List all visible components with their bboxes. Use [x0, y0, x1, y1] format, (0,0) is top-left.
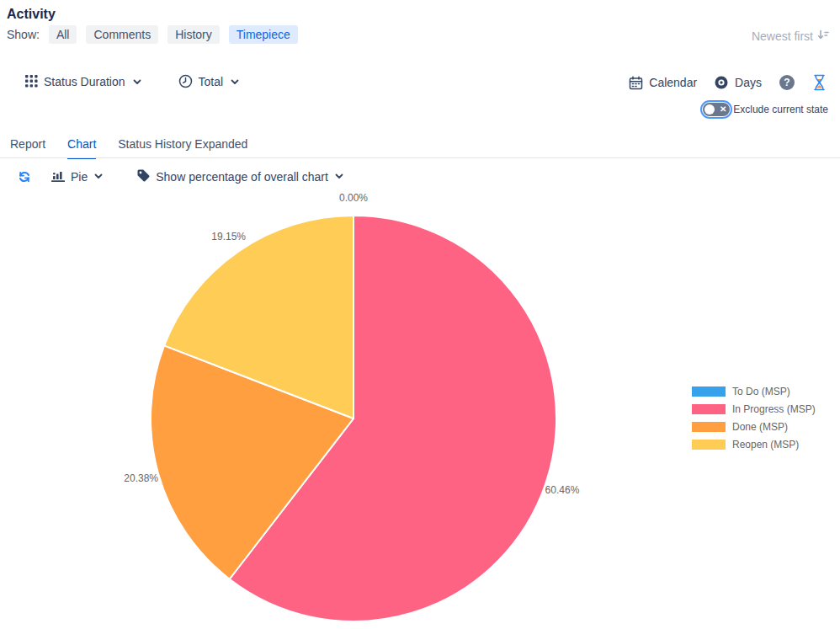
exclude-current-state-toggle[interactable]: ✕	[703, 103, 730, 116]
legend-label: To Do (MSP)	[732, 386, 790, 397]
legend-swatch	[692, 386, 726, 397]
legend-label: In Progress (MSP)	[732, 403, 816, 415]
refresh-button[interactable]	[17, 169, 32, 184]
chart-type-select[interactable]: Pie	[51, 169, 104, 185]
days-label: Days	[735, 76, 762, 89]
percentage-mode-label: Show percentage of overall chart	[156, 170, 328, 184]
days-button[interactable]: Days	[714, 75, 762, 90]
page-title: Activity	[7, 7, 56, 22]
calendar-icon	[629, 76, 643, 90]
grid-icon	[25, 75, 38, 88]
chart-controls: Pie Show percentage of overall chart	[17, 168, 345, 185]
chevron-down-icon	[131, 76, 143, 88]
eye-icon	[714, 75, 729, 90]
legend-label: Reopen (MSP)	[732, 439, 799, 450]
chart-toolbar-right: Calendar Days ?	[629, 74, 827, 91]
chevron-down-icon	[93, 170, 104, 184]
pie-slice-percentage-label: 20.38%	[124, 472, 158, 484]
chevron-down-icon	[333, 170, 345, 184]
total-select[interactable]: Total	[178, 74, 242, 88]
show-filter-label: Show:	[7, 28, 40, 41]
total-label: Total	[199, 75, 224, 88]
legend-label: Done (MSP)	[732, 421, 788, 433]
view-tabs: Report Chart Status History Expanded	[10, 137, 247, 159]
filter-history-button[interactable]: History	[167, 25, 220, 44]
tab-status-history-expanded[interactable]: Status History Expanded	[118, 137, 247, 159]
help-icon: ?	[779, 74, 795, 91]
status-duration-label: Status Duration	[44, 75, 125, 88]
tab-chart[interactable]: Chart	[67, 137, 96, 159]
svg-text:?: ?	[784, 77, 789, 88]
calendar-label: Calendar	[649, 76, 697, 89]
tabs-divider	[0, 157, 840, 158]
legend-swatch	[692, 440, 726, 450]
bar-chart-icon	[51, 169, 66, 185]
chart-legend: To Do (MSP)In Progress (MSP)Done (MSP)Re…	[692, 386, 816, 457]
calendar-button[interactable]: Calendar	[629, 76, 697, 90]
exclude-current-state-row: ✕ Exclude current state	[703, 103, 828, 116]
legend-swatch	[692, 404, 726, 414]
legend-item[interactable]: Reopen (MSP)	[692, 440, 816, 450]
toggle-off-icon: ✕	[720, 104, 726, 115]
pie-slice-percentage-label: 60.46%	[545, 484, 580, 496]
sort-order-button[interactable]: Newest first	[752, 28, 830, 44]
tag-icon	[136, 168, 151, 185]
filter-all-button[interactable]: All	[49, 25, 77, 44]
chevron-down-icon	[229, 76, 241, 88]
filter-comments-button[interactable]: Comments	[86, 25, 158, 44]
legend-item[interactable]: To Do (MSP)	[692, 386, 816, 397]
exclude-current-state-label: Exclude current state	[733, 104, 828, 115]
sort-descending-icon	[816, 28, 830, 44]
sort-order-label: Newest first	[752, 29, 813, 43]
toggle-knob	[704, 104, 715, 115]
chart-toolbar-left: Status Duration Total	[25, 74, 241, 88]
timer-button[interactable]	[812, 74, 827, 91]
show-filter-row: Show: All Comments History Timepiece	[7, 25, 298, 44]
legend-item[interactable]: Done (MSP)	[692, 422, 816, 432]
pie-slice-percentage-label: 19.15%	[211, 231, 246, 243]
clock-icon	[178, 74, 193, 88]
filter-timepiece-button[interactable]: Timepiece	[229, 25, 298, 44]
status-duration-select[interactable]: Status Duration	[25, 75, 143, 88]
tab-report[interactable]: Report	[10, 137, 45, 159]
help-button[interactable]: ?	[779, 74, 795, 91]
legend-item[interactable]: In Progress (MSP)	[692, 404, 816, 414]
chart-type-label: Pie	[71, 170, 88, 184]
hourglass-icon	[812, 74, 827, 91]
percentage-mode-select[interactable]: Show percentage of overall chart	[136, 168, 345, 185]
pie-slice-percentage-label: 0.00%	[339, 192, 368, 204]
legend-swatch	[692, 422, 726, 432]
